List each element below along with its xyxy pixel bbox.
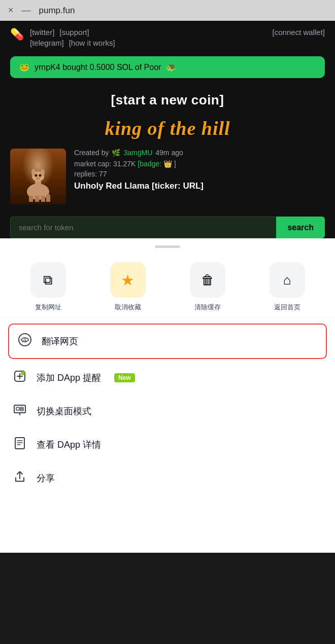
share-icon [12, 470, 27, 487]
llama-illustration [18, 161, 58, 202]
creator-icon: 🌿 [112, 149, 120, 157]
search-button[interactable]: search [276, 217, 325, 238]
start-coin-button[interactable]: [start a new coin] [111, 92, 224, 108]
logo-icon: 💊 [10, 28, 24, 41]
trash-icon: 🗑 [201, 272, 214, 288]
share-menu-item[interactable]: 分享 [0, 461, 335, 495]
drag-handle[interactable] [0, 238, 335, 252]
desktop-mode-menu-item[interactable]: 切换桌面模式 [0, 395, 335, 428]
ticker-text: yrnpK4 bought 0.5000 SOL of Poor [35, 63, 161, 72]
view-dapp-icon [12, 436, 27, 453]
menu-list: A 翻译网页 添加 DApp 提醒 New [0, 317, 335, 499]
search-bar: search [10, 217, 325, 238]
browser-chrome: × — pump.fun [0, 0, 335, 21]
copy-url-icon-box: ⧉ [30, 262, 66, 298]
new-badge: New [114, 373, 135, 382]
quick-actions: ⧉ 复制网址 ★ 取消收藏 🗑 清除缓存 ⌂ 返回首页 [0, 252, 335, 317]
view-dapp-details-label: 查看 DApp 详情 [37, 439, 101, 451]
how-it-works-link[interactable]: [how it works] [69, 39, 115, 47]
svg-text:A: A [22, 336, 26, 344]
king-of-the-hill-title: king of the hill [0, 113, 335, 144]
svg-rect-11 [46, 194, 50, 202]
svg-point-5 [35, 174, 38, 177]
created-by-label: Created by [74, 149, 109, 157]
market-cap-value: 31.27K [113, 160, 136, 168]
coin-time: 49m ago [155, 149, 183, 157]
search-input[interactable] [10, 217, 276, 238]
svg-point-15 [21, 371, 25, 375]
minimize-button[interactable]: — [22, 5, 31, 16]
home-icon: ⌂ [283, 272, 291, 288]
ticker-icon2: 🐢 [166, 62, 176, 72]
star-icon: ★ [121, 271, 135, 289]
badge-close: ] [174, 160, 176, 168]
add-dapp-reminder-menu-item[interactable]: 添加 DApp 提醒 New [0, 361, 335, 395]
replies-count: 77 [99, 170, 107, 178]
svg-point-7 [36, 177, 40, 180]
copy-url-action[interactable]: ⧉ 复制网址 [30, 262, 66, 312]
view-dapp-details-menu-item[interactable]: 查看 DApp 详情 [0, 428, 335, 461]
badge-label: [badge: [138, 160, 161, 168]
replies-row: replies: 77 [74, 170, 325, 178]
support-link[interactable]: [support] [59, 28, 89, 37]
copy-url-icon: ⧉ [43, 272, 53, 288]
home-label: 返回首页 [274, 303, 300, 312]
translate-menu-item[interactable]: A 翻译网页 [8, 324, 327, 359]
unfavorite-action[interactable]: ★ 取消收藏 [110, 262, 146, 312]
unfavorite-label: 取消收藏 [115, 303, 141, 312]
market-cap-row: market cap: 31.27K [badge: 👑 ] [74, 160, 325, 168]
connect-wallet-link[interactable]: [connect wallet] [273, 28, 325, 37]
svg-rect-20 [15, 438, 24, 449]
svg-rect-17 [16, 407, 19, 410]
coin-image [10, 149, 66, 204]
home-icon-box: ⌂ [270, 262, 305, 298]
translate-icon: A [17, 333, 32, 350]
desktop-mode-icon [12, 403, 27, 420]
unfavorite-icon-box: ★ [110, 262, 146, 298]
coin-meta-row: Created by 🌿 3amgMU 49m ago [74, 149, 325, 157]
home-action[interactable]: ⌂ 返回首页 [270, 262, 305, 312]
browser-title: pump.fun [39, 6, 75, 16]
drag-handle-bar [155, 245, 180, 248]
ticker-icon1: 🐸 [19, 62, 29, 72]
twitter-link[interactable]: [twitter] [30, 28, 54, 37]
web-content: 💊 [twitter] [support] [telegram] [how it… [0, 21, 335, 238]
replies-label: replies: [74, 170, 97, 178]
svg-rect-18 [20, 407, 23, 409]
svg-rect-8 [29, 196, 33, 202]
start-coin-section[interactable]: [start a new coin] [0, 82, 335, 113]
ticker-banner: 🐸 yrnpK4 bought 0.5000 SOL of Poor 🐢 [10, 56, 325, 78]
coin-name: Unholy Red Llama [ticker: URL] [74, 181, 325, 191]
bottom-sheet: ⧉ 复制网址 ★ 取消收藏 🗑 清除缓存 ⌂ 返回首页 [0, 238, 335, 553]
desktop-mode-label: 切换桌面模式 [37, 405, 91, 417]
svg-rect-19 [20, 409, 23, 411]
close-button[interactable]: × [8, 5, 14, 16]
top-nav: 💊 [twitter] [support] [telegram] [how it… [0, 21, 335, 52]
badge-icon: 👑 [163, 160, 172, 168]
telegram-link[interactable]: [telegram] [30, 39, 64, 47]
svg-point-6 [39, 174, 42, 177]
share-label: 分享 [37, 472, 55, 484]
translate-label: 翻译网页 [42, 335, 78, 347]
copy-url-label: 复制网址 [35, 303, 61, 312]
clear-cache-action[interactable]: 🗑 清除缓存 [190, 262, 225, 312]
svg-rect-9 [35, 196, 39, 202]
clear-cache-label: 清除缓存 [194, 303, 221, 312]
nav-links: [twitter] [support] [telegram] [how it w… [30, 28, 115, 47]
coin-info: Created by 🌿 3amgMU 49m ago market cap: … [74, 149, 325, 204]
add-dapp-reminder-label: 添加 DApp 提醒 [37, 372, 101, 384]
add-dapp-icon [12, 369, 27, 386]
market-cap-label: market cap: [74, 160, 111, 168]
svg-rect-10 [41, 196, 45, 202]
coin-card: Created by 🌿 3amgMU 49m ago market cap: … [0, 144, 335, 212]
clear-cache-icon-box: 🗑 [190, 262, 225, 298]
creator-name: 3amgMU [123, 149, 152, 157]
